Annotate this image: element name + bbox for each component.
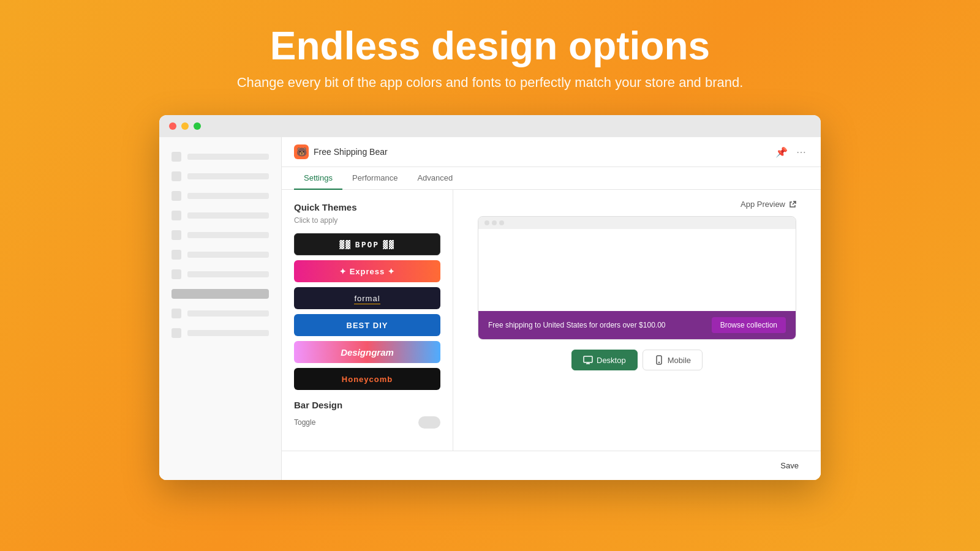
more-button[interactable]: ⋯ (794, 144, 809, 159)
browse-collection-button[interactable]: Browse collection (712, 317, 786, 333)
app-preview-label[interactable]: App Preview (741, 200, 796, 209)
main-content: 🐻 Free Shipping Bear 📌 ⋯ Settings Perfor… (282, 137, 821, 480)
theme-bpop[interactable]: ▓▓ BPOP ▓▓ (294, 233, 440, 255)
browser-dot-green[interactable] (194, 122, 201, 130)
theme-express[interactable]: ✦ Express ✦ (294, 260, 440, 282)
sidebar-item-label-online-store (187, 310, 269, 317)
bar-design-toggle[interactable] (418, 416, 440, 429)
home-icon (172, 152, 181, 162)
sidebar-item-label-customers (187, 212, 269, 219)
save-bar: Save (282, 451, 821, 480)
sidebar-item-label-analytics (187, 232, 269, 238)
bar-design-title: Bar Design (294, 400, 440, 410)
sidebar-item-products[interactable] (159, 186, 281, 206)
preview-dot-1 (484, 220, 489, 225)
products-icon (172, 191, 181, 201)
bar-design-section: Bar Design Toggle (294, 400, 440, 429)
theme-designgram[interactable]: Designgram (294, 341, 440, 363)
sidebar-item-label-home (187, 154, 269, 160)
sidebar (159, 137, 282, 480)
sidebar-item-online-store[interactable] (159, 304, 281, 323)
shipping-text: Free shipping to United States for order… (488, 321, 666, 329)
mobile-view-button[interactable]: Mobile (643, 350, 703, 370)
sidebar-item-discounts[interactable] (159, 245, 281, 264)
sidebar-item-label-orders (187, 173, 269, 179)
quick-themes-title: Quick Themes (294, 202, 440, 212)
sidebar-item-analytics[interactable] (159, 225, 281, 245)
app-icon: 🐻 (294, 144, 309, 159)
app-title-row: 🐻 Free Shipping Bear (294, 144, 388, 159)
mobile-icon (654, 355, 664, 365)
sidebar-section-label (172, 289, 269, 299)
quick-themes-section: Quick Themes Click to apply ▓▓ BPOP ▓▓ (294, 202, 440, 390)
discounts-icon (172, 250, 181, 260)
toggle-label: Toggle (294, 418, 315, 427)
desktop-icon (583, 355, 593, 365)
apps-icon (172, 269, 181, 279)
tabs-bar: Settings Performance Advanced (282, 167, 821, 190)
sidebar-item-label-apps (187, 271, 269, 277)
desktop-view-button[interactable]: Desktop (571, 350, 638, 370)
external-link-icon (789, 201, 796, 208)
browser-chrome (159, 115, 821, 137)
preview-dot-2 (492, 220, 497, 225)
preview-browser-bar (478, 217, 796, 229)
pin-button[interactable]: 📌 (774, 144, 789, 159)
customers-icon (172, 211, 181, 220)
hero-section: Endless design options Change every bit … (225, 0, 756, 103)
theme-bestdiy[interactable]: BEST DIY (294, 314, 440, 336)
svg-point-2 (658, 362, 659, 363)
preview-content: Free shipping to United States for order… (478, 229, 796, 339)
sidebar-item-customers[interactable] (159, 206, 281, 225)
theme-formal[interactable]: formal (294, 287, 440, 309)
browser-dot-yellow[interactable] (181, 122, 189, 130)
hero-subtitle: Change every bit of the app colors and f… (237, 75, 744, 91)
browser-dot-red[interactable] (169, 122, 176, 130)
tab-advanced[interactable]: Advanced (407, 167, 462, 190)
analytics-icon (172, 230, 181, 240)
header-actions: 📌 ⋯ (774, 144, 809, 159)
left-panel: Quick Themes Click to apply ▓▓ BPOP ▓▓ (282, 190, 453, 451)
tab-settings[interactable]: Settings (294, 167, 342, 190)
theme-honeycomb[interactable]: Honeycomb (294, 368, 440, 390)
theme-bestdiy-label: BEST DIY (347, 321, 388, 330)
sidebar-item-apps[interactable] (159, 264, 281, 284)
app-header: 🐻 Free Shipping Bear 📌 ⋯ (282, 137, 821, 167)
shipping-banner: Free shipping to United States for order… (478, 311, 796, 339)
svg-rect-0 (584, 356, 592, 362)
browser-window: 🐻 Free Shipping Bear 📌 ⋯ Settings Perfor… (159, 115, 821, 480)
sidebar-item-label-pos (187, 330, 269, 336)
app-title: Free Shipping Bear (314, 147, 388, 157)
save-button[interactable]: Save (771, 457, 809, 474)
sidebar-item-pos[interactable] (159, 323, 281, 343)
view-toggle: Desktop Mobile (571, 350, 703, 370)
pos-icon (172, 328, 181, 338)
orders-icon (172, 171, 181, 181)
theme-express-label: ✦ Express ✦ (339, 267, 395, 276)
sidebar-item-label-discounts (187, 252, 269, 258)
content-area: Quick Themes Click to apply ▓▓ BPOP ▓▓ (282, 190, 821, 451)
right-panel: App Preview (453, 190, 821, 451)
toggle-row: Toggle (294, 416, 440, 429)
quick-themes-subtitle: Click to apply (294, 216, 440, 225)
hero-title: Endless design options (237, 24, 744, 67)
theme-designgram-label: Designgram (341, 347, 394, 358)
online-store-icon (172, 309, 181, 318)
theme-formal-label: formal (354, 294, 380, 303)
preview-browser: Free shipping to United States for order… (478, 216, 796, 340)
theme-honeycomb-label: Honeycomb (342, 375, 393, 384)
sidebar-item-label-products (187, 193, 269, 199)
app-container: 🐻 Free Shipping Bear 📌 ⋯ Settings Perfor… (159, 137, 821, 480)
sidebar-item-home[interactable] (159, 147, 281, 167)
tab-performance[interactable]: Performance (342, 167, 407, 190)
theme-bpop-label: ▓▓ BPOP ▓▓ (339, 240, 395, 249)
sidebar-item-orders[interactable] (159, 167, 281, 186)
preview-dot-3 (499, 220, 504, 225)
